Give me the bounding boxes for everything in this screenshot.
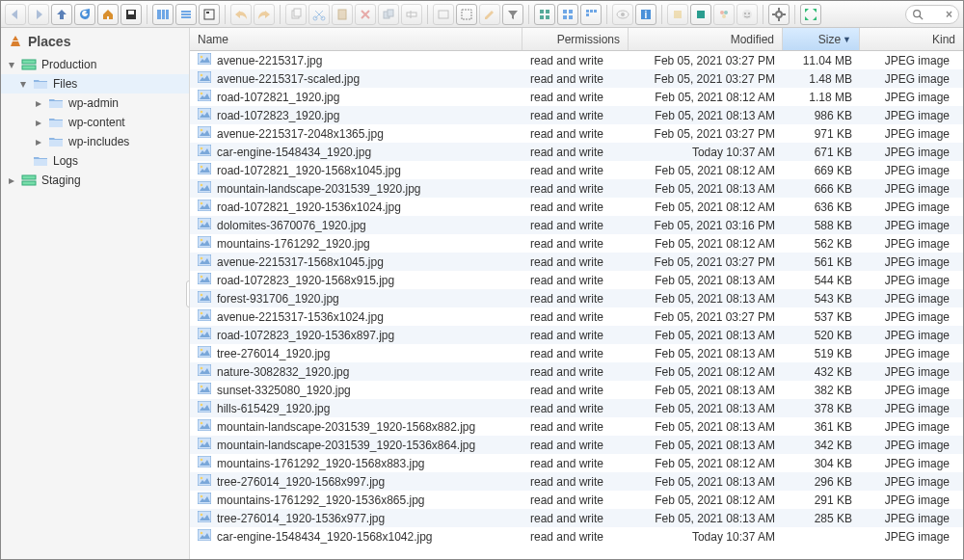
- tag1-button[interactable]: [667, 4, 688, 25]
- cell-name: dolomites-3670076_1920.jpg: [190, 218, 522, 232]
- tree-node-wp-admin[interactable]: ▸wp-admin: [1, 93, 189, 113]
- cut-button[interactable]: [308, 4, 330, 25]
- col-name[interactable]: Name: [190, 28, 522, 50]
- cell-permissions: read and write: [522, 219, 629, 232]
- grid2-button[interactable]: [557, 4, 578, 25]
- tree-node-files[interactable]: ▾Files: [1, 74, 189, 93]
- col-kind[interactable]: Kind: [860, 28, 963, 50]
- tag4-button[interactable]: [736, 4, 758, 25]
- svg-rect-38: [697, 11, 705, 18]
- file-row[interactable]: road-1072821_1920.jpgread and writeFeb 0…: [190, 88, 963, 106]
- disclosure-icon[interactable]: ▸: [34, 96, 43, 110]
- file-row[interactable]: dolomites-3670076_1920.jpgread and write…: [190, 216, 963, 234]
- view-columns-button[interactable]: [152, 4, 174, 25]
- edit-button[interactable]: [479, 4, 500, 25]
- fullscreen-button[interactable]: [800, 4, 821, 25]
- image-file-icon: [198, 181, 211, 196]
- preview-button[interactable]: [612, 4, 633, 25]
- file-row[interactable]: road-1072821_1920-1536x1024.jpgread and …: [190, 198, 963, 216]
- home-button[interactable]: [97, 4, 119, 25]
- cell-permissions: read and write: [522, 237, 629, 251]
- file-row[interactable]: avenue-2215317.jpgread and writeFeb 05, …: [190, 51, 963, 69]
- file-row[interactable]: avenue-2215317-1568x1045.jpgread and wri…: [190, 253, 963, 271]
- file-row[interactable]: mountains-1761292_1920.jpgread and write…: [190, 234, 963, 253]
- svg-point-34: [621, 13, 625, 16]
- tag3-button[interactable]: [713, 4, 735, 25]
- svg-rect-84: [198, 309, 211, 321]
- file-row[interactable]: mountains-1761292_1920-1536x865.jpgread …: [190, 491, 963, 509]
- undo-button[interactable]: [230, 4, 252, 25]
- search-box[interactable]: ×: [905, 5, 959, 24]
- col-size-sorted[interactable]: Size▼: [783, 28, 860, 50]
- file-row[interactable]: forest-931706_1920.jpgread and writeFeb …: [190, 289, 963, 307]
- view-report-button[interactable]: [199, 4, 220, 25]
- grid1-button[interactable]: [534, 4, 555, 25]
- file-name: road-1072821_1920-1536x1024.jpg: [217, 200, 401, 214]
- file-row[interactable]: road-1072823_1920-1568x915.jpgread and w…: [190, 271, 963, 289]
- file-row[interactable]: car-engine-1548434_1920.jpgread and writ…: [190, 143, 963, 161]
- sidebar-resize-handle[interactable]: [186, 280, 190, 307]
- file-row[interactable]: road-1072821_1920-1568x1045.jpgread and …: [190, 161, 963, 179]
- save-button[interactable]: [120, 4, 142, 25]
- tree-node-wp-includes[interactable]: ▸wp-includes: [1, 132, 189, 151]
- paste-button[interactable]: [332, 4, 353, 25]
- svg-point-103: [201, 477, 203, 480]
- info-button[interactable]: i: [635, 4, 656, 25]
- file-row[interactable]: nature-3082832_1920.jpgread and writeFeb…: [190, 362, 963, 381]
- file-row[interactable]: mountains-1761292_1920-1568x883.jpgread …: [190, 454, 963, 472]
- disclosure-icon[interactable]: ▸: [34, 135, 43, 148]
- back-button[interactable]: [5, 4, 26, 25]
- view-list-button[interactable]: [175, 4, 197, 25]
- disclosure-icon[interactable]: ▸: [7, 173, 16, 187]
- disclosure-icon[interactable]: ▾: [7, 58, 16, 71]
- file-row[interactable]: avenue-2215317-scaled.jpgread and writeF…: [190, 69, 963, 88]
- forward-button[interactable]: [28, 4, 49, 25]
- separator: [763, 5, 763, 24]
- file-row[interactable]: mountain-landscape-2031539_1920-1568x882…: [190, 417, 963, 436]
- settings-button[interactable]: [768, 4, 790, 25]
- tree-node-wp-content[interactable]: ▸wp-content: [1, 113, 189, 132]
- col-permissions[interactable]: Permissions: [522, 28, 629, 50]
- file-row[interactable]: car-engine-1548434_1920-1568x1042.jpgrea…: [190, 527, 963, 546]
- tag2-button[interactable]: [690, 4, 711, 25]
- cell-modified: Feb 05, 2021 03:27 PM: [629, 127, 783, 141]
- select-button[interactable]: [456, 4, 477, 25]
- up-button[interactable]: [51, 4, 72, 25]
- cell-permissions: read and write: [522, 164, 629, 177]
- file-row[interactable]: hills-615429_1920.jpgread and writeFeb 0…: [190, 399, 963, 417]
- file-row[interactable]: road-1072823_1920.jpgread and writeFeb 0…: [190, 106, 963, 124]
- file-rows[interactable]: avenue-2215317.jpgread and writeFeb 05, …: [190, 51, 963, 559]
- cell-size: 382 KB: [783, 384, 860, 397]
- duplicate-button[interactable]: [378, 4, 399, 25]
- svg-point-87: [201, 331, 203, 333]
- cell-permissions: read and write: [522, 310, 629, 324]
- file-row[interactable]: tree-276014_1920-1568x997.jpgread and wr…: [190, 472, 963, 491]
- cell-modified: Feb 05, 2021 03:27 PM: [629, 54, 783, 67]
- disclosure-icon[interactable]: ▸: [34, 116, 43, 129]
- disclosure-icon[interactable]: ▾: [18, 77, 28, 91]
- quicklook-button[interactable]: [433, 4, 454, 25]
- svg-rect-80: [198, 273, 211, 284]
- file-row[interactable]: tree-276014_1920.jpgread and writeFeb 05…: [190, 344, 963, 362]
- tree-node-staging[interactable]: ▸Staging: [1, 171, 189, 190]
- tree-node-production[interactable]: ▾Production: [1, 55, 189, 74]
- file-row[interactable]: mountain-landscape-2031539_1920-1536x864…: [190, 436, 963, 454]
- search-clear-icon[interactable]: ×: [946, 8, 952, 21]
- file-row[interactable]: avenue-2215317-1536x1024.jpgread and wri…: [190, 307, 963, 326]
- file-row[interactable]: mountain-landscape-2031539_1920.jpgread …: [190, 179, 963, 198]
- refresh-button[interactable]: [74, 4, 95, 25]
- redo-button[interactable]: [254, 4, 275, 25]
- tree-node-logs[interactable]: Logs: [1, 151, 189, 171]
- rename-button[interactable]: [401, 4, 422, 25]
- delete-button[interactable]: [355, 4, 376, 25]
- cell-modified: Feb 05, 2021 08:13 AM: [629, 347, 783, 360]
- cell-modified: Feb 05, 2021 08:12 AM: [629, 200, 783, 214]
- file-row[interactable]: sunset-3325080_1920.jpgread and writeFeb…: [190, 381, 963, 399]
- filter-button[interactable]: [502, 4, 523, 25]
- grid3-button[interactable]: [580, 4, 602, 25]
- col-modified[interactable]: Modified: [629, 28, 783, 50]
- copy-button[interactable]: [285, 4, 307, 25]
- file-row[interactable]: road-1072823_1920-1536x897.jpgread and w…: [190, 326, 963, 344]
- file-row[interactable]: avenue-2215317-2048x1365.jpgread and wri…: [190, 124, 963, 143]
- file-row[interactable]: tree-276014_1920-1536x977.jpgread and wr…: [190, 509, 963, 527]
